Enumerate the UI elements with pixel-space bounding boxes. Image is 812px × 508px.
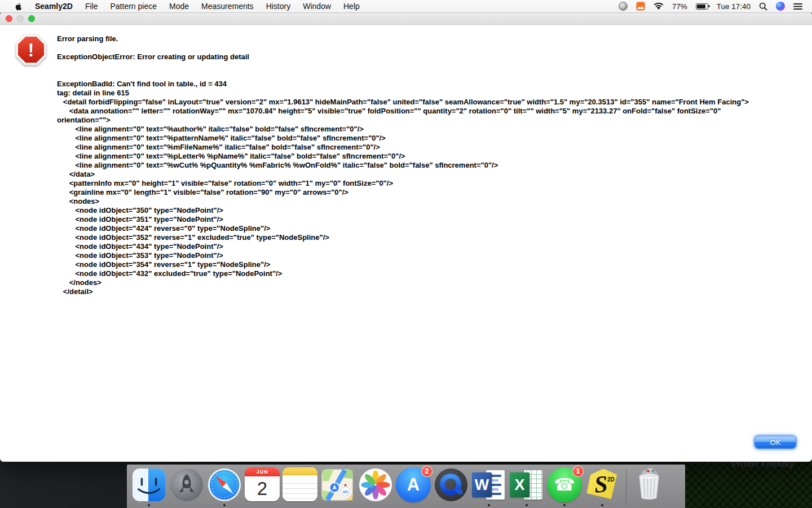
- dock-item-trash[interactable]: [633, 467, 668, 507]
- menu-app-name[interactable]: Seamly2D: [29, 0, 79, 13]
- error-title: Error parsing file.: [57, 34, 118, 43]
- running-indicator: [563, 504, 566, 506]
- battery-fill: [697, 5, 705, 8]
- error-xml-dump: ExceptionBadId: Can't find tool in table…: [57, 80, 749, 296]
- menu-file[interactable]: File: [79, 0, 104, 13]
- dock-item-calendar[interactable]: JUN 2: [245, 467, 280, 507]
- running-indicator: [601, 504, 603, 506]
- ok-button[interactable]: OK: [754, 436, 796, 449]
- launchpad-icon: [169, 467, 204, 502]
- user-circle-icon[interactable]: [617, 0, 629, 13]
- app-store-letter: A: [407, 475, 420, 495]
- calendar-day: 2: [245, 476, 280, 501]
- whatsapp-badge: 1: [572, 466, 584, 477]
- apple-menu[interactable]: [8, 0, 29, 13]
- dock: JUN 2: [127, 465, 685, 508]
- seamly2d-letter: S: [593, 470, 608, 498]
- dock-item-app-store[interactable]: 2 A: [396, 467, 431, 507]
- dock-item-photos[interactable]: [358, 467, 393, 507]
- menu-history[interactable]: History: [260, 0, 297, 13]
- minimize-button[interactable]: [17, 15, 24, 22]
- dock-item-quicktime[interactable]: [434, 467, 469, 507]
- calendar-month: JUN: [245, 467, 280, 476]
- seamly2d-icon: S 2D: [585, 467, 620, 502]
- error-message: Error parsing file. ExceptionObjectError…: [57, 34, 769, 296]
- word-letter: W: [472, 472, 492, 497]
- calendar-icon: JUN 2: [245, 467, 280, 501]
- dock-item-safari[interactable]: [207, 467, 242, 507]
- spotlight-search-icon[interactable]: [757, 0, 769, 13]
- excel-letter: X: [510, 472, 529, 497]
- siri-icon[interactable]: [774, 0, 787, 13]
- menu-window[interactable]: Window: [297, 0, 337, 13]
- notification-center-icon[interactable]: [792, 0, 804, 13]
- dock-item-word[interactable]: W: [471, 467, 506, 507]
- orange-app-glyph: [636, 2, 645, 11]
- menu-pattern-piece[interactable]: Pattern piece: [104, 0, 164, 13]
- dock-divider: [626, 468, 626, 503]
- battery-percent: 77%: [670, 0, 689, 13]
- safari-icon: [207, 467, 242, 502]
- menu-bar-clock[interactable]: Tue 17:40: [715, 0, 752, 13]
- running-indicator: [148, 504, 150, 506]
- running-indicator: [488, 504, 490, 506]
- wifi-icon[interactable]: [652, 0, 665, 13]
- maps-icon: 3D: [320, 467, 355, 502]
- maps-3d-badge: 3D: [343, 489, 348, 494]
- menu-help[interactable]: Help: [337, 0, 366, 13]
- zoom-button[interactable]: [28, 15, 35, 22]
- trash-icon: [633, 466, 665, 502]
- word-icon: W: [471, 467, 506, 502]
- menu-bar: Seamly2D File Pattern piece Mode Measure…: [0, 0, 812, 13]
- error-subtitle: ExceptionObjectError: Error creating or …: [57, 52, 249, 61]
- dock-item-notes[interactable]: [283, 467, 317, 507]
- apple-logo-icon: [14, 2, 23, 11]
- dock-item-whatsapp[interactable]: 1 ☎: [547, 467, 582, 507]
- photos-icon: [358, 467, 393, 502]
- menu-measurements[interactable]: Measurements: [195, 0, 260, 13]
- quicktime-icon: [434, 467, 469, 502]
- running-indicator: [223, 504, 226, 506]
- error-stop-icon: !: [15, 34, 47, 65]
- dock-item-excel[interactable]: X: [509, 467, 544, 507]
- dock-item-maps[interactable]: 3D: [320, 467, 355, 507]
- orange-app-icon[interactable]: [634, 0, 647, 13]
- error-dialog-window: ! Error parsing file. ExceptionObjectErr…: [0, 13, 812, 462]
- battery-icon[interactable]: [694, 0, 710, 13]
- seamly2d-sub: 2D: [607, 476, 615, 483]
- running-indicator: [526, 504, 528, 506]
- dock-item-seamly2d[interactable]: S 2D: [585, 467, 620, 507]
- notes-icon: [283, 467, 317, 501]
- excel-icon: X: [509, 467, 544, 502]
- app-store-badge: 2: [421, 466, 433, 477]
- close-button[interactable]: [6, 15, 12, 22]
- dock-item-launchpad[interactable]: [169, 467, 204, 507]
- dock-item-finder[interactable]: [131, 467, 166, 507]
- dialog-title-bar[interactable]: [0, 13, 812, 25]
- menu-mode[interactable]: Mode: [163, 0, 195, 13]
- finder-icon: [131, 467, 166, 502]
